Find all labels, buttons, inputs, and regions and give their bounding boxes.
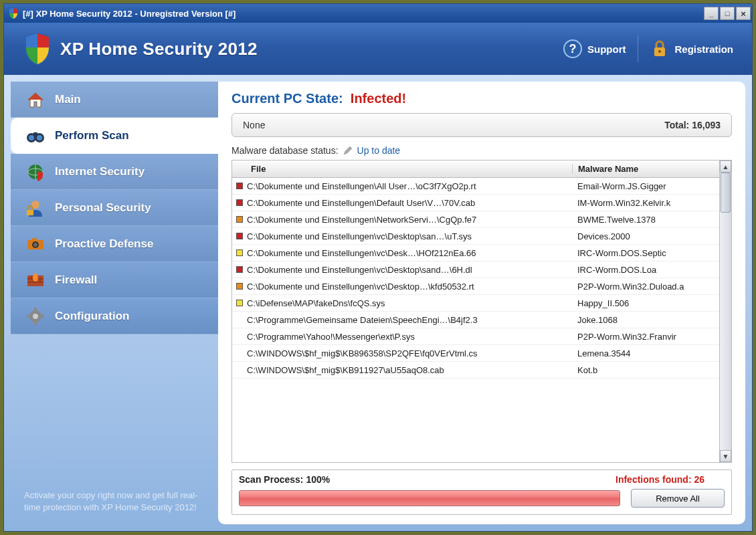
sidebar-item-personal-security[interactable]: Personal Security (11, 190, 218, 226)
titlebar: [#] XP Home Security 2012 - Unregistred … (4, 4, 752, 23)
table-row[interactable]: C:\Dokumente und Einstellungen\vc\Deskto… (232, 228, 719, 245)
app-window: [#] XP Home Security 2012 - Unregistred … (4, 4, 752, 531)
file-path: C:\Dokumente und Einstellungen\vc\Deskto… (247, 265, 572, 275)
file-path: C:\WINDOWS\$hf_mig$\KB911927\aU55aqO8.ca… (247, 365, 572, 375)
sidebar-item-proactive-defense[interactable]: Proactive Defense (11, 226, 218, 262)
camera-icon (25, 234, 45, 254)
table-row[interactable]: C:\WINDOWS\$hf_mig$\KB911927\aU55aqO8.ca… (232, 362, 719, 379)
home-icon (25, 90, 45, 110)
svg-point-15 (33, 243, 37, 247)
severity-icon (232, 350, 247, 356)
scroll-up-button[interactable]: ▲ (720, 160, 731, 173)
sidebar-item-label: Internet Security (55, 165, 145, 179)
scroll-down-button[interactable]: ▼ (720, 450, 731, 462)
malware-name: IM-Worm.Win32.Kelvir.k (572, 198, 719, 208)
col-file[interactable]: File (232, 164, 572, 174)
sidebar-item-perform-scan[interactable]: Perform Scan (11, 118, 218, 154)
malware-name: Joke.1068 (572, 315, 719, 325)
malware-name: Devices.2000 (572, 231, 719, 241)
gear-icon (25, 306, 45, 326)
sidebar-item-label: Perform Scan (55, 129, 129, 142)
severity-icon (232, 183, 247, 189)
sidebar-item-label: Personal Security (55, 201, 151, 215)
pencil-icon (343, 145, 353, 156)
minimize-button[interactable]: _ (704, 7, 719, 20)
summary-left: None (243, 120, 265, 130)
table-row[interactable]: C:\Dokumente und Einstellungen\All User…… (232, 178, 719, 195)
table-header: File Malware Name (232, 160, 719, 178)
file-path: C:\Programme\Yahoo!\Messenger\ext\P.sys (247, 332, 572, 342)
firewall-icon (25, 270, 45, 290)
scan-footer: Scan Process: 100% Infections found: 26 … (231, 469, 732, 515)
registration-link[interactable]: Registration (650, 39, 733, 58)
malware-name: IRC-Worm.DOS.Loa (572, 265, 719, 275)
db-status-line: Malware database status: Up to date (231, 145, 732, 156)
svg-rect-29 (41, 315, 44, 318)
svg-text:?: ? (569, 42, 576, 56)
scroll-track[interactable] (720, 173, 731, 450)
col-malware[interactable]: Malware Name (572, 164, 719, 174)
file-path: C:\Dokumente und Einstellungen\NetworkSe… (247, 215, 572, 225)
scroll-thumb[interactable] (721, 173, 731, 213)
globe-shield-icon (25, 162, 45, 182)
malware-name: Kot.b (572, 365, 719, 375)
app-title: XP Home Security 2012 (60, 39, 551, 60)
table-row[interactable]: C:\iDefense\MAP\fakeDns\fcQS.sysHappy_II… (232, 295, 719, 312)
table-row[interactable]: C:\Dokumente und Einstellungen\NetworkSe… (232, 211, 719, 228)
severity-icon (232, 366, 247, 373)
sidebar-item-configuration[interactable]: Configuration (11, 298, 218, 334)
sidebar-item-label: Configuration (55, 310, 129, 323)
db-value: Up to date (357, 145, 401, 156)
svg-rect-28 (27, 315, 30, 318)
progress-bar (239, 490, 620, 506)
titlebar-text: [#] XP Home Security 2012 - Unregistred … (23, 9, 702, 19)
table-row[interactable]: C:\Programme\Yahoo!\Messenger\ext\P.sysP… (232, 328, 719, 345)
malware-name: P2P-Worm.Win32.Duload.a (572, 282, 719, 292)
summary-total: Total: 16,093 (664, 120, 721, 130)
binoculars-icon (25, 126, 45, 146)
vertical-scrollbar[interactable]: ▲ ▼ (719, 160, 731, 462)
app-shield-large-icon (23, 33, 52, 65)
file-path: C:\Dokumente und Einstellungen\All User…… (247, 181, 572, 191)
sidebar: Main Perform Scan Internet Security Pers… (11, 82, 218, 524)
svg-rect-27 (34, 322, 37, 325)
user-lock-icon (25, 198, 45, 218)
svg-rect-26 (34, 308, 37, 311)
table-row[interactable]: C:\Dokumente und Einstellungen\vc\Deskto… (232, 261, 719, 278)
lock-icon (650, 39, 669, 58)
registration-label: Registration (674, 43, 733, 55)
severity-icon (232, 300, 247, 306)
severity-icon (232, 249, 247, 256)
support-link[interactable]: ? Support (563, 39, 626, 58)
sidebar-item-firewall[interactable]: Firewall (11, 262, 218, 298)
db-label: Malware database status: (231, 145, 339, 156)
pc-state-line: Current PC State: Infected! (231, 91, 732, 106)
sidebar-item-main[interactable]: Main (11, 82, 218, 118)
table-row[interactable]: C:\WINDOWS\$hf_mig$\KB896358\SP2QFE\fq0V… (232, 345, 719, 362)
malware-name: P2P-Worm.Win32.Franvir (572, 332, 719, 342)
sidebar-item-internet-security[interactable]: Internet Security (11, 154, 218, 190)
file-path: C:\Dokumente und Einstellungen\vc\Deskto… (247, 231, 572, 241)
table-row[interactable]: C:\Programme\Gemeinsame Dateien\SpeechEn… (232, 312, 719, 328)
sidebar-promo-text: Activate your copy right now and get ful… (11, 483, 218, 524)
svg-point-6 (29, 135, 34, 140)
infections-found-label: Infections found: 26 (616, 474, 704, 485)
close-button[interactable]: × (736, 7, 751, 20)
maximize-button[interactable]: □ (720, 7, 735, 20)
svg-point-7 (37, 135, 42, 140)
malware-name: Email-Worm.JS.Gigger (572, 181, 719, 191)
remove-all-button[interactable]: Remove All (631, 489, 725, 508)
file-path: C:\Programme\Gemeinsame Dateien\SpeechEn… (247, 315, 572, 325)
file-path: C:\Dokumente und Einstellungen\Default U… (247, 198, 572, 208)
summary-bar: None Total: 16,093 (231, 113, 732, 137)
sidebar-item-label: Main (55, 93, 81, 106)
severity-icon (232, 333, 247, 340)
table-row[interactable]: C:\Dokumente und Einstellungen\vc\Deskto… (232, 278, 719, 295)
app-header: XP Home Security 2012 ? Support Registra… (4, 23, 752, 75)
severity-icon (232, 199, 247, 206)
pc-state-label: Current PC State: (231, 91, 343, 106)
table-row[interactable]: C:\Dokumente und Einstellungen\vc\Desk…\… (232, 245, 719, 261)
file-path: C:\Dokumente und Einstellungen\vc\Desk…\… (247, 248, 572, 258)
table-row[interactable]: C:\Dokumente und Einstellungen\Default U… (232, 195, 719, 211)
scan-process-label: Scan Process: 100% (239, 474, 330, 485)
